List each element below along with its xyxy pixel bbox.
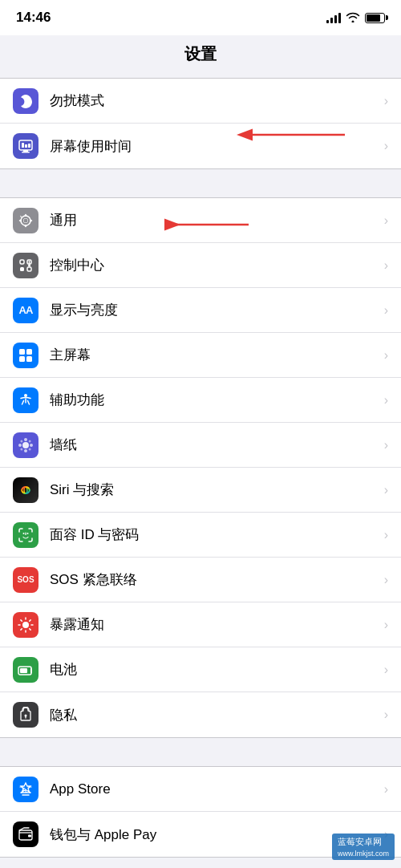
setting-row-do-not-disturb[interactable]: 勿扰模式 › bbox=[0, 79, 401, 124]
gap-1 bbox=[0, 169, 401, 197]
control-center-icon bbox=[13, 253, 38, 278]
setting-row-face-id[interactable]: 面容 ID 与密码 › bbox=[0, 513, 401, 558]
setting-row-control-center[interactable]: 控制中心 › bbox=[0, 243, 401, 288]
page-title: 设置 bbox=[184, 45, 217, 63]
svg-line-39 bbox=[30, 619, 30, 620]
svg-point-21 bbox=[24, 438, 27, 441]
screen-time-icon bbox=[13, 133, 38, 159]
signal-icon bbox=[326, 12, 341, 23]
app-store-chevron: › bbox=[384, 782, 388, 797]
siri-chevron: › bbox=[384, 483, 388, 497]
general-label: 通用 bbox=[50, 211, 378, 229]
svg-rect-3 bbox=[22, 143, 24, 148]
svg-point-24 bbox=[30, 444, 33, 447]
battery-icon bbox=[13, 657, 38, 683]
svg-text:A: A bbox=[22, 786, 27, 794]
do-not-disturb-label: 勿扰模式 bbox=[50, 91, 378, 110]
wifi-icon bbox=[346, 11, 360, 25]
gap-2 bbox=[0, 738, 401, 766]
svg-point-20 bbox=[22, 442, 29, 448]
svg-line-38 bbox=[30, 628, 30, 629]
do-not-disturb-chevron: › bbox=[384, 94, 388, 108]
svg-point-27 bbox=[20, 448, 22, 450]
svg-rect-2 bbox=[22, 152, 30, 153]
control-center-label: 控制中心 bbox=[50, 256, 378, 274]
setting-row-app-store[interactable]: A App Store › bbox=[0, 767, 401, 812]
home-screen-chevron: › bbox=[384, 348, 388, 363]
general-chevron: › bbox=[384, 213, 388, 228]
app-store-icon: A bbox=[13, 777, 38, 802]
watermark: 蓝莓安卓网 www.lmkjst.com bbox=[332, 834, 395, 860]
status-bar: 14:46 bbox=[0, 0, 401, 35]
svg-point-23 bbox=[18, 444, 22, 447]
siri-icon bbox=[13, 477, 38, 503]
battery-status-icon bbox=[365, 13, 385, 23]
svg-rect-18 bbox=[26, 356, 32, 362]
svg-point-29 bbox=[24, 487, 27, 493]
status-time: 14:46 bbox=[16, 10, 51, 26]
accessibility-icon bbox=[13, 387, 38, 413]
svg-rect-12 bbox=[27, 267, 31, 271]
do-not-disturb-icon bbox=[13, 88, 38, 114]
setting-row-accessibility[interactable]: 辅助功能 › bbox=[0, 378, 401, 423]
nav-title-area: 设置 bbox=[0, 35, 401, 78]
svg-point-31 bbox=[27, 533, 29, 534]
setting-row-exposure[interactable]: 暴露通知 › bbox=[0, 602, 401, 647]
app-store-label: App Store bbox=[50, 781, 378, 797]
svg-rect-47 bbox=[28, 835, 31, 838]
setting-row-screen-time[interactable]: 屏幕使用时间 › bbox=[0, 124, 401, 168]
exposure-icon bbox=[13, 612, 38, 638]
svg-rect-17 bbox=[19, 356, 25, 362]
svg-point-25 bbox=[20, 440, 22, 442]
phone-screen: 14:46 设置 bbox=[0, 0, 401, 868]
exposure-chevron: › bbox=[384, 618, 388, 632]
home-screen-label: 主屏幕 bbox=[50, 346, 378, 364]
svg-rect-4 bbox=[25, 144, 27, 148]
display-icon: AA bbox=[13, 298, 38, 323]
svg-rect-9 bbox=[20, 260, 24, 264]
setting-row-siri[interactable]: Siri 与搜索 › bbox=[0, 468, 401, 513]
svg-point-22 bbox=[24, 449, 27, 452]
setting-row-sos[interactable]: SOS SOS 紧急联络 › bbox=[0, 558, 401, 602]
settings-group-2: 通用 › 控制中心 › AA 显示与亮度 › bbox=[0, 197, 401, 738]
svg-point-14 bbox=[28, 264, 30, 266]
face-id-chevron: › bbox=[384, 528, 388, 542]
svg-point-26 bbox=[29, 440, 31, 442]
sos-icon: SOS bbox=[13, 567, 38, 593]
setting-row-wallpaper[interactable]: 墙纸 › bbox=[0, 423, 401, 468]
home-screen-icon bbox=[13, 343, 38, 368]
svg-point-19 bbox=[24, 394, 27, 397]
wallet-icon bbox=[13, 821, 38, 847]
face-id-icon bbox=[13, 522, 38, 548]
display-label: 显示与亮度 bbox=[50, 301, 378, 319]
setting-row-privacy[interactable]: 隐私 › bbox=[0, 692, 401, 737]
privacy-icon bbox=[13, 702, 38, 728]
face-id-label: 面容 ID 与密码 bbox=[50, 525, 378, 544]
svg-point-28 bbox=[29, 448, 31, 450]
svg-rect-42 bbox=[20, 668, 27, 673]
wallet-label: 钱包与 Apple Pay bbox=[50, 825, 378, 844]
privacy-chevron: › bbox=[384, 708, 388, 722]
battery-label: 电池 bbox=[50, 660, 378, 679]
screen-time-label: 屏幕使用时间 bbox=[50, 137, 378, 156]
svg-point-30 bbox=[23, 533, 25, 534]
svg-line-40 bbox=[21, 628, 22, 629]
accessibility-chevron: › bbox=[384, 393, 388, 408]
setting-row-general[interactable]: 通用 › bbox=[0, 198, 401, 243]
sos-chevron: › bbox=[384, 573, 388, 587]
wallpaper-icon bbox=[13, 432, 38, 458]
svg-point-8 bbox=[24, 218, 28, 222]
control-center-chevron: › bbox=[384, 258, 388, 273]
siri-label: Siri 与搜索 bbox=[50, 481, 378, 499]
screen-time-chevron: › bbox=[384, 139, 388, 153]
setting-row-display[interactable]: AA 显示与亮度 › bbox=[0, 288, 401, 333]
accessibility-label: 辅助功能 bbox=[50, 391, 378, 409]
svg-rect-16 bbox=[26, 349, 32, 355]
wallpaper-label: 墙纸 bbox=[50, 436, 378, 454]
status-icons bbox=[326, 11, 385, 25]
svg-rect-15 bbox=[19, 349, 25, 355]
setting-row-battery[interactable]: 电池 › bbox=[0, 647, 401, 692]
svg-rect-5 bbox=[28, 144, 30, 148]
setting-row-home-screen[interactable]: 主屏幕 › bbox=[0, 333, 401, 378]
settings-group-1: 勿扰模式 › 屏幕使用时间 › bbox=[0, 78, 401, 169]
